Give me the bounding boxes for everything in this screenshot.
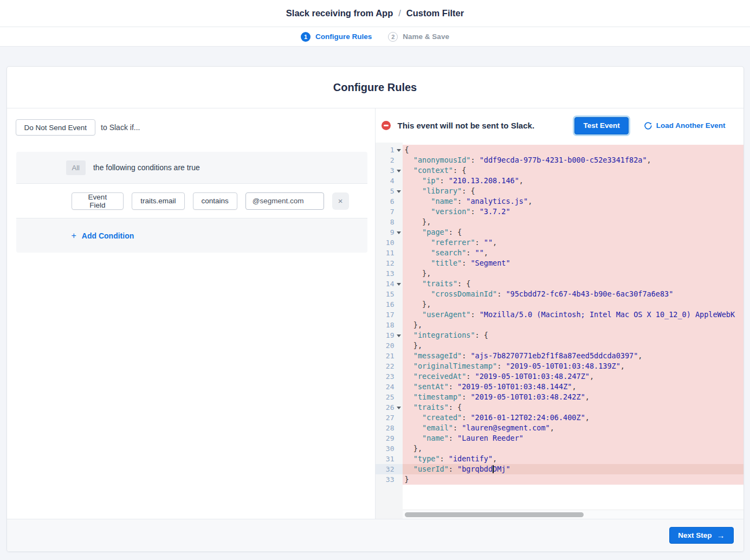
gutter-line-number: 22	[376, 361, 403, 371]
code-line[interactable]: {	[403, 145, 743, 155]
code-line[interactable]: "ip": "210.13.208.146",	[403, 176, 743, 186]
breadcrumb: Slack receiving from App/Custom Filter	[286, 8, 464, 18]
condition-row: Event Field traits.email contains ×	[16, 183, 367, 218]
code-line[interactable]: "page": {	[403, 227, 743, 237]
editor-code-column[interactable]: { "anonymousId": "ddf9ecda-977b-4231-b00…	[403, 143, 743, 519]
gutter-line-number: 20	[376, 340, 403, 351]
condition-field-type-dropdown[interactable]: Event Field	[72, 192, 124, 210]
code-line[interactable]: "title": "Segment"	[403, 258, 743, 268]
code-line[interactable]: "name": "analytics.js",	[403, 196, 743, 207]
conditions-group: All the following conditions are true Ev…	[16, 152, 367, 253]
gutter-line-number[interactable]: 3	[376, 165, 403, 176]
gutter-line-number: 8	[376, 217, 403, 227]
top-header-bar: Slack receiving from App/Custom Filter	[0, 0, 750, 27]
gutter-line-number: 10	[376, 237, 403, 248]
gutter-line-number: 13	[376, 268, 403, 279]
gutter-line-number: 33	[376, 474, 403, 485]
fold-toggle-icon[interactable]	[397, 334, 401, 337]
gutter-line-number: 30	[376, 443, 403, 454]
operator-all-badge[interactable]: All	[66, 160, 86, 175]
event-preview-panel: This event will not be sent to Slack. Te…	[376, 108, 743, 519]
gutter-line-number: 11	[376, 248, 403, 258]
gutter-line-number: 24	[376, 382, 403, 392]
test-event-button[interactable]: Test Event	[574, 117, 628, 134]
code-line[interactable]: "traits": {	[403, 402, 743, 413]
arrow-right-icon: →	[717, 531, 725, 540]
code-line[interactable]: "crossDomainId": "95cbdd72-fc67-4b43-b90…	[403, 289, 743, 299]
code-line[interactable]: "search": "",	[403, 248, 743, 258]
code-line[interactable]: "sentAt": "2019-05-10T01:03:48.144Z",	[403, 382, 743, 392]
code-line[interactable]: "created": "2016-01-12T02:24:06.400Z",	[403, 413, 743, 423]
load-another-event-link[interactable]: Load Another Event	[644, 121, 726, 130]
gutter-line-number: 16	[376, 299, 403, 310]
condition-field-dropdown[interactable]: traits.email	[132, 192, 184, 210]
code-line[interactable]: "context": {	[403, 165, 743, 176]
horizontal-scrollbar-thumb[interactable]	[405, 512, 584, 517]
gutter-line-number: 4	[376, 176, 403, 186]
gutter-line-number[interactable]: 19	[376, 330, 403, 340]
fold-toggle-icon[interactable]	[397, 283, 401, 286]
code-line[interactable]: "email": "lauren@segment.com",	[403, 423, 743, 433]
code-line[interactable]: "traits": {	[403, 279, 743, 289]
code-line[interactable]: },	[403, 320, 743, 330]
step-2-label: Name & Save	[403, 33, 449, 41]
json-code-editor[interactable]: 1234567891011121314151617181920212223242…	[376, 143, 743, 519]
code-line[interactable]: "library": {	[403, 186, 743, 196]
editor-gutter: 1234567891011121314151617181920212223242…	[376, 143, 403, 519]
fold-toggle-icon[interactable]	[397, 190, 401, 193]
text-cursor	[493, 465, 494, 473]
add-condition-button[interactable]: + Add Condition	[72, 231, 134, 241]
filter-builder-panel: Do Not Send Event to Slack if... All the…	[7, 108, 376, 519]
gutter-line-number: 2	[376, 155, 403, 165]
code-line[interactable]: "anonymousId": "ddf9ecda-977b-4231-b000-…	[403, 155, 743, 165]
code-line[interactable]: },	[403, 268, 743, 279]
card-footer: Next Step →	[7, 519, 743, 551]
gutter-line-number[interactable]: 1	[376, 145, 403, 155]
operator-description: the following conditions are true	[93, 163, 200, 172]
code-line[interactable]: "timestamp": "2019-05-10T01:03:48.242Z",	[403, 392, 743, 402]
code-line[interactable]: "version": "3.7.2"	[403, 207, 743, 217]
remove-condition-button[interactable]: ×	[332, 192, 349, 210]
fold-toggle-icon[interactable]	[397, 231, 401, 234]
gutter-line-number: 6	[376, 196, 403, 207]
code-line[interactable]: "referrer": "",	[403, 237, 743, 248]
gutter-line-number: 17	[376, 310, 403, 320]
step-name-save[interactable]: 2 Name & Save	[388, 32, 449, 42]
condition-value-input[interactable]	[245, 192, 324, 210]
step-2-circle: 2	[388, 32, 398, 42]
gutter-line-number: 15	[376, 289, 403, 299]
code-line[interactable]: },	[403, 443, 743, 454]
next-step-button[interactable]: Next Step →	[669, 527, 733, 544]
condition-operator-dropdown[interactable]: contains	[193, 192, 237, 210]
breadcrumb-destination[interactable]: Slack receiving from App	[286, 8, 393, 18]
preview-status-text: This event will not be sent to Slack.	[398, 121, 535, 130]
breadcrumb-separator: /	[393, 8, 406, 18]
code-line[interactable]: "receivedAt": "2019-05-10T01:03:48.247Z"…	[403, 371, 743, 382]
fold-toggle-icon[interactable]	[397, 170, 401, 172]
refresh-icon	[644, 122, 652, 130]
gutter-line-number[interactable]: 5	[376, 186, 403, 196]
step-configure-rules[interactable]: 1 Configure Rules	[301, 32, 372, 42]
code-line[interactable]: },	[403, 340, 743, 351]
code-line[interactable]: },	[403, 299, 743, 310]
gutter-line-number[interactable]: 26	[376, 402, 403, 413]
code-line[interactable]: "userId": "bgrqbddDMj"	[403, 464, 743, 474]
code-line[interactable]: "originalTimestamp": "2019-05-10T01:03:4…	[403, 361, 743, 371]
step-1-circle: 1	[301, 32, 311, 42]
step-progress-bar: 1 Configure Rules 2 Name & Save	[0, 27, 750, 47]
filter-action-dropdown[interactable]: Do Not Send Event	[16, 119, 96, 136]
horizontal-scrollbar	[403, 510, 743, 519]
code-line[interactable]: }	[403, 474, 743, 485]
code-line[interactable]: },	[403, 217, 743, 227]
code-line[interactable]: "type": "identify",	[403, 454, 743, 464]
gutter-line-number[interactable]: 14	[376, 279, 403, 289]
code-line[interactable]: "messageId": "ajs-7b8270771eb2f1f8a87eed…	[403, 351, 743, 361]
fold-toggle-icon[interactable]	[397, 407, 401, 409]
code-line[interactable]: "userAgent": "Mozilla/5.0 (Macintosh; In…	[403, 310, 743, 320]
code-line[interactable]: "name": "Lauren Reeder"	[403, 433, 743, 443]
gutter-line-number: 28	[376, 423, 403, 433]
gutter-line-number[interactable]: 9	[376, 227, 403, 237]
card-title: Configure Rules	[7, 67, 743, 108]
fold-toggle-icon[interactable]	[397, 149, 401, 152]
code-line[interactable]: "integrations": {	[403, 330, 743, 340]
